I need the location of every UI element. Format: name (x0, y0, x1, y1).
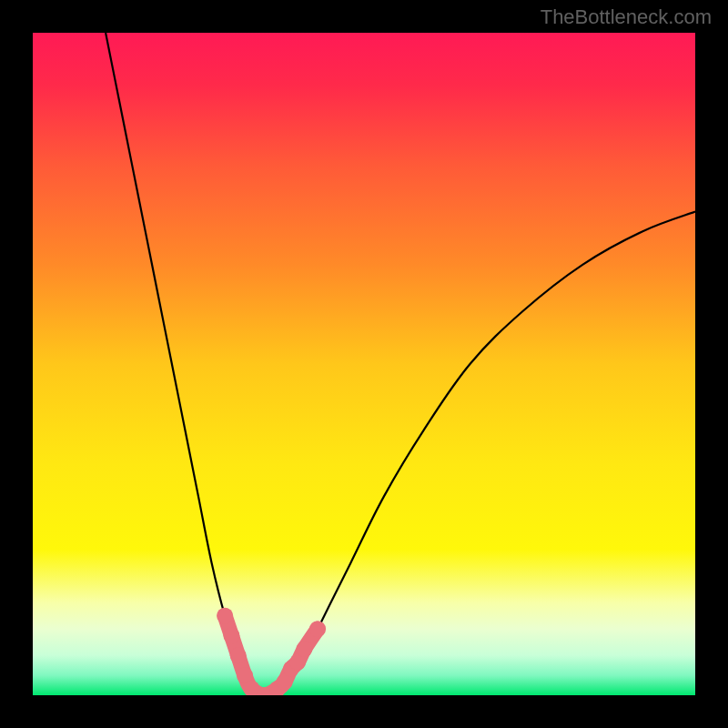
plot-area (33, 33, 695, 695)
svg-point-2 (223, 627, 239, 643)
svg-point-3 (230, 647, 247, 663)
svg-point-1 (217, 608, 233, 624)
watermark-text: TheBottleneck.com (541, 5, 712, 29)
curve-right-branch (265, 212, 695, 695)
chart-curves (33, 33, 695, 695)
curve-left-branch (106, 33, 265, 695)
svg-point-12 (309, 621, 326, 637)
svg-point-11 (296, 641, 312, 657)
trough-markers (217, 608, 326, 695)
